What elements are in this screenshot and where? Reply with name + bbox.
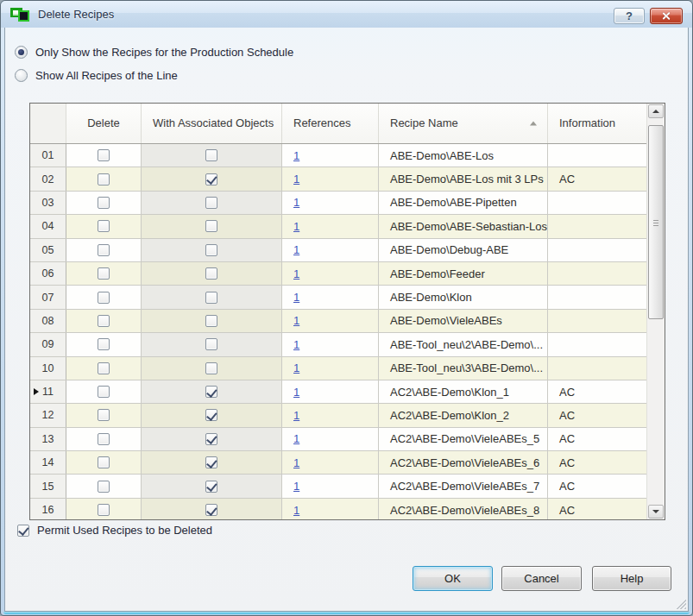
delete-checkbox[interactable]: [98, 409, 110, 421]
table-row[interactable]: 15 1 AC2\ABE-Demo\VieleABEs_7 AC: [30, 475, 665, 498]
titlebar-help-button[interactable]: ?: [614, 8, 645, 24]
header-references[interactable]: References: [282, 104, 379, 143]
associated-objects-checkbox[interactable]: [205, 362, 217, 374]
table-row[interactable]: 05 1 ABE-Demo\Debug-ABE: [30, 239, 665, 262]
references-link[interactable]: 1: [293, 456, 299, 469]
table-row[interactable]: 13 1 AC2\ABE-Demo\VieleABEs_5 AC: [30, 428, 665, 451]
references-link[interactable]: 1: [293, 243, 299, 256]
header-with-associated-objects[interactable]: With Associated Objects: [142, 104, 282, 143]
associated-objects-checkbox[interactable]: [205, 338, 217, 350]
radio-only-production-schedule[interactable]: Only Show the Recipes for the Production…: [15, 46, 293, 59]
references-link[interactable]: 1: [293, 149, 299, 162]
associated-objects-checkbox[interactable]: [205, 267, 217, 280]
delete-checkbox[interactable]: [98, 481, 110, 493]
associated-objects-checkbox[interactable]: [205, 173, 217, 185]
radio-button-icon[interactable]: [15, 69, 28, 82]
permit-used-recipes-checkbox-row[interactable]: Permit Used Recipes to be Deleted: [17, 524, 212, 537]
row-number-cell[interactable]: 12: [30, 404, 66, 426]
delete-checkbox[interactable]: [98, 173, 110, 185]
table-row[interactable]: 01 1 ABE-Demo\ABE-Los: [30, 144, 665, 167]
scroll-down-button[interactable]: [648, 505, 664, 519]
table-row[interactable]: 07 1 ABE-Demo\Klon: [30, 286, 665, 309]
information-cell[interactable]: [548, 215, 646, 237]
associated-objects-checkbox[interactable]: [205, 481, 217, 493]
row-number-cell[interactable]: 10: [30, 357, 66, 380]
references-link[interactable]: 1: [293, 314, 299, 327]
associated-objects-checkbox[interactable]: [205, 386, 217, 398]
delete-checkbox[interactable]: [98, 504, 110, 516]
recipe-name-cell[interactable]: AC2\ABE-Demo\VieleABEs_8: [379, 499, 548, 519]
information-cell[interactable]: [548, 239, 646, 261]
cancel-button[interactable]: Cancel: [501, 566, 582, 591]
header-recipe-name[interactable]: Recipe Name: [379, 104, 548, 143]
resize-grip[interactable]: [675, 598, 686, 609]
information-cell[interactable]: [548, 144, 646, 167]
associated-objects-checkbox[interactable]: [205, 504, 217, 516]
recipe-name-cell[interactable]: AC2\ABE-Demo\Klon_1: [379, 380, 548, 403]
information-cell[interactable]: [548, 192, 646, 214]
information-cell[interactable]: AC: [548, 167, 646, 190]
header-row-selector[interactable]: [30, 104, 66, 143]
row-number-cell[interactable]: 05: [30, 239, 66, 261]
references-link[interactable]: 1: [293, 432, 299, 445]
information-cell[interactable]: AC: [548, 499, 646, 519]
table-row[interactable]: 08 1 ABE-Demo\VieleABEs: [30, 310, 665, 333]
row-number-cell[interactable]: 01: [30, 144, 66, 167]
associated-objects-checkbox[interactable]: [205, 197, 217, 209]
references-link[interactable]: 1: [293, 267, 299, 280]
references-link[interactable]: 1: [293, 361, 299, 374]
associated-objects-checkbox[interactable]: [205, 433, 217, 445]
information-cell[interactable]: AC: [548, 428, 646, 450]
references-link[interactable]: 1: [293, 196, 299, 209]
row-number-cell[interactable]: 16: [30, 499, 66, 519]
recipe-name-cell[interactable]: ABE-Tool_neu\2\ABE-Demo\...: [379, 333, 548, 355]
row-number-cell[interactable]: 14: [30, 451, 66, 474]
recipe-name-cell[interactable]: ABE-Demo\ABE-Pipetten: [379, 192, 548, 214]
recipe-name-cell[interactable]: ABE-Demo\Debug-ABE: [379, 239, 548, 261]
recipe-name-cell[interactable]: ABE-Tool_neu\3\ABE-Demo\...: [379, 357, 548, 380]
information-cell[interactable]: AC: [548, 380, 646, 403]
help-button[interactable]: Help: [592, 566, 671, 591]
references-link[interactable]: 1: [293, 220, 299, 233]
row-number-cell[interactable]: 09: [30, 333, 66, 355]
row-number-cell[interactable]: 02: [30, 167, 66, 190]
table-row[interactable]: 04 1 ABE-Demo\ABE-Sebastian-Los: [30, 215, 665, 238]
header-information[interactable]: Information: [548, 104, 646, 143]
information-cell[interactable]: [548, 357, 646, 380]
recipe-name-cell[interactable]: ABE-Demo\Feeder: [379, 262, 548, 285]
delete-checkbox[interactable]: [98, 456, 110, 468]
information-cell[interactable]: AC: [548, 475, 646, 497]
associated-objects-checkbox[interactable]: [205, 292, 217, 304]
row-number-cell[interactable]: 04: [30, 215, 66, 237]
recipe-name-cell[interactable]: ABE-Demo\ABE-Los mit 3 LPs: [379, 167, 548, 190]
information-cell[interactable]: AC: [548, 451, 646, 474]
titlebar[interactable]: Delete Recipes ?: [1, 1, 692, 28]
delete-checkbox[interactable]: [98, 315, 110, 327]
header-delete[interactable]: Delete: [66, 104, 142, 143]
radio-button-icon[interactable]: [15, 46, 28, 59]
delete-checkbox[interactable]: [98, 197, 110, 209]
recipe-name-cell[interactable]: AC2\ABE-Demo\VieleABEs_5: [379, 428, 548, 450]
table-row[interactable]: 16 1 AC2\ABE-Demo\VieleABEs_8 AC: [30, 499, 665, 519]
ok-button[interactable]: OK: [413, 566, 493, 591]
delete-checkbox[interactable]: [98, 149, 110, 161]
row-number-cell[interactable]: 03: [30, 192, 66, 214]
table-row[interactable]: 09 1 ABE-Tool_neu\2\ABE-Demo\...: [30, 333, 665, 356]
row-number-cell[interactable]: 07: [30, 286, 66, 308]
recipe-name-cell[interactable]: ABE-Demo\Klon: [379, 286, 548, 308]
recipe-name-cell[interactable]: AC2\ABE-Demo\VieleABEs_6: [379, 451, 548, 474]
references-link[interactable]: 1: [293, 409, 299, 422]
references-link[interactable]: 1: [293, 338, 299, 351]
delete-checkbox[interactable]: [98, 220, 110, 232]
table-row[interactable]: 12 1 AC2\ABE-Demo\Klon_2 AC: [30, 404, 665, 427]
associated-objects-checkbox[interactable]: [205, 456, 217, 468]
references-link[interactable]: 1: [293, 504, 299, 517]
vertical-scrollbar[interactable]: [646, 104, 665, 519]
row-number-cell[interactable]: 06: [30, 262, 66, 285]
table-row[interactable]: 03 1 ABE-Demo\ABE-Pipetten: [30, 192, 665, 215]
recipe-name-cell[interactable]: ABE-Demo\ABE-Los: [379, 144, 548, 167]
close-button[interactable]: [650, 8, 683, 24]
references-link[interactable]: 1: [293, 173, 299, 185]
recipe-name-cell[interactable]: AC2\ABE-Demo\Klon_2: [379, 404, 548, 426]
row-number-cell[interactable]: 15: [30, 475, 66, 497]
